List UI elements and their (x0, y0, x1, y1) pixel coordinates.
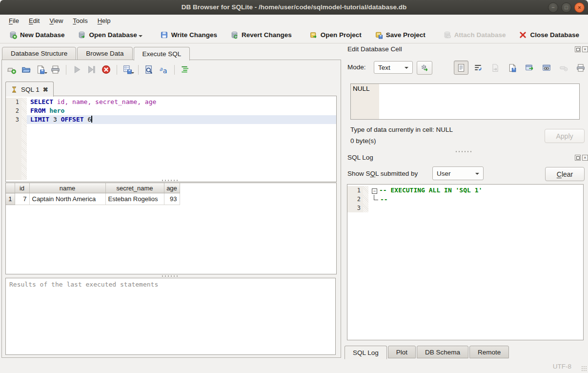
cell-age[interactable]: 93 (164, 193, 180, 205)
clear-log-button[interactable]: Clear (545, 167, 585, 181)
toggle-case-button[interactable] (157, 63, 170, 76)
line-number: 2 (347, 195, 363, 204)
new-database-button[interactable]: New Database (4, 29, 69, 41)
column-header-secret-name[interactable]: secret_name (105, 183, 164, 193)
apply-button[interactable]: Apply (545, 129, 585, 143)
tab-database-structure[interactable]: Database Structure (2, 47, 76, 60)
cell-editor-content[interactable] (379, 84, 579, 119)
titlebar[interactable]: DB Browser for SQLite - /home/user/code/… (0, 0, 588, 15)
cell-secret-name[interactable]: Esteban Rogelios (105, 193, 164, 205)
menu-help[interactable]: Help (93, 16, 116, 25)
column-header-name[interactable]: name (29, 183, 105, 193)
results-message-splitter[interactable] (161, 275, 180, 277)
copy-link-button[interactable] (539, 61, 554, 75)
word-wrap-button[interactable] (471, 61, 486, 75)
execute-all-button[interactable] (70, 63, 83, 76)
sql-editor[interactable]: 1SELECT id, name, secret_name, age2FROM … (5, 96, 337, 182)
attach-database-icon (443, 31, 451, 39)
table-corner[interactable] (6, 183, 15, 193)
code-line[interactable]: FROM hero (27, 106, 336, 115)
find-replace-button[interactable] (142, 63, 156, 76)
open-external-button[interactable] (522, 61, 537, 75)
attach-database-button[interactable]: Attach Database (439, 29, 510, 41)
open-sql-file-button[interactable] (20, 63, 33, 76)
code-line[interactable]: LIMIT 3 OFFSET 6 (27, 115, 336, 124)
hourglass-icon (11, 86, 18, 93)
save-data-as-icon (508, 63, 517, 72)
dock-tab-remote[interactable]: Remote (469, 346, 509, 358)
sql-tab-label: SQL 1 (21, 86, 40, 93)
editor-results-splitter[interactable] (161, 179, 180, 182)
open-database-button[interactable]: Open Database (73, 29, 146, 41)
toolbar-separator (436, 29, 437, 40)
cell-editor[interactable]: NULL (350, 83, 580, 120)
write-changes-icon (160, 31, 168, 39)
fold-collapse-icon[interactable]: − (372, 188, 377, 194)
save-data-as-button[interactable] (505, 61, 520, 75)
line-number: 2 (6, 106, 21, 115)
set-null-button[interactable] (556, 61, 571, 75)
sql-token: 6 (84, 116, 92, 123)
dock-tab-sql-log[interactable]: SQL Log (345, 346, 387, 359)
close-database-button[interactable]: Close Database (514, 29, 584, 41)
log-text: -- (380, 196, 388, 203)
revert-changes-button[interactable]: Revert Changes (226, 29, 296, 41)
open-sql-file-icon (21, 65, 31, 74)
column-header-age[interactable]: age (164, 183, 180, 193)
sql-submitter-select[interactable]: User (432, 166, 484, 180)
text-mode-button[interactable] (454, 61, 468, 75)
dropdown-caret-icon (131, 72, 134, 75)
print-sql-button[interactable] (49, 63, 62, 76)
dock-tab-db-schema[interactable]: DB Schema (417, 346, 468, 358)
toolbar-separator (66, 65, 66, 75)
main-tab-bar: Database StructureBrowse DataExecute SQL (2, 47, 190, 60)
float-panel-icon[interactable] (575, 155, 581, 161)
row-number[interactable]: 1 (6, 193, 15, 205)
text-cursor (91, 116, 92, 123)
float-panel-icon[interactable] (575, 46, 581, 52)
gutter-hatch (21, 124, 27, 180)
minimize-button[interactable]: − (548, 2, 558, 13)
stop-execution-button[interactable] (100, 63, 113, 76)
cell-name[interactable]: Captain North America (29, 193, 105, 205)
print-cell-button[interactable] (573, 61, 588, 75)
menu-file[interactable]: File (4, 16, 24, 25)
cell-editor-toolbar (454, 61, 588, 75)
gutter-hatch (21, 106, 27, 115)
execute-current-line-button[interactable] (85, 63, 98, 76)
sql-log-view[interactable]: 1−-- EXECUTING ALL IN 'SQL 1'2--3 (347, 184, 584, 340)
close-window-button[interactable]: × (574, 2, 585, 13)
tab-execute-sql[interactable]: Execute SQL (134, 47, 190, 61)
menu-tools[interactable]: Tools (68, 16, 92, 25)
resize-grip[interactable] (581, 366, 587, 371)
export-results-button[interactable] (121, 63, 134, 76)
toolbar-separator (2, 29, 2, 40)
save-sql-file-button[interactable] (34, 63, 47, 76)
menu-edit[interactable]: Edit (24, 16, 44, 25)
maximize-button[interactable]: □ (561, 2, 571, 13)
mode-select[interactable]: Text (374, 61, 413, 74)
close-panel-icon[interactable]: × (582, 46, 588, 52)
import-data-button[interactable] (488, 61, 503, 75)
column-header-id[interactable]: id (15, 183, 29, 193)
cell-id[interactable]: 7 (15, 193, 29, 205)
new-sql-tab-button[interactable] (5, 63, 18, 76)
save-project-button[interactable]: Save Project (370, 29, 430, 41)
open-project-button[interactable]: Open Project (305, 29, 366, 41)
sql-document-tab[interactable]: SQL 1 ✖ (5, 82, 54, 97)
write-changes-button[interactable]: Write Changes (156, 29, 222, 41)
db-browser-window: DB Browser for SQLite - /home/user/code/… (0, 0, 588, 373)
menu-view[interactable]: View (44, 16, 68, 25)
apply-auto-format-icon (420, 63, 429, 72)
apply-auto-format-button[interactable] (417, 61, 432, 75)
close-panel-icon[interactable]: × (582, 155, 588, 161)
toolbar-separator (303, 29, 303, 40)
tab-browse-data[interactable]: Browse Data (77, 47, 132, 60)
dock-splitter[interactable] (455, 150, 473, 153)
format-sql-button[interactable] (179, 63, 192, 76)
code-line[interactable]: SELECT id, name, secret_name, age (27, 98, 336, 106)
open-database-icon (78, 31, 86, 39)
dock-tab-plot[interactable]: Plot (388, 346, 416, 358)
close-sql-tab-icon[interactable]: ✖ (43, 86, 48, 93)
results-message-area[interactable]: Results of the last executed statements (5, 278, 336, 355)
